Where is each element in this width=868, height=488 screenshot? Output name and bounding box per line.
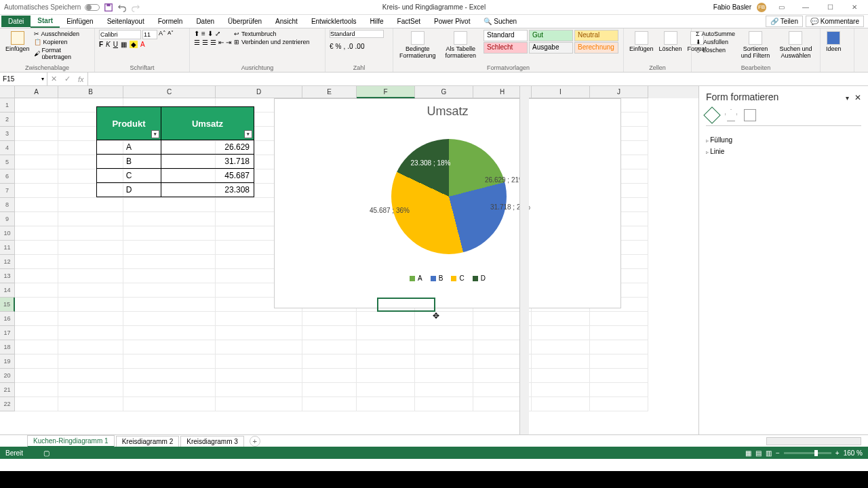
pane-options-icon[interactable]: ▾ [846, 94, 849, 102]
as-table-button[interactable]: Als Tabelle formatieren [441, 30, 481, 61]
pie-slices[interactable] [391, 139, 507, 254]
ideas-button[interactable]: Ideen [825, 30, 843, 54]
zoom-level[interactable]: 160 % [844, 449, 863, 457]
insert-cells-button[interactable]: Einfügen [628, 30, 655, 54]
comma-icon[interactable]: , [343, 43, 345, 50]
tab-review[interactable]: Überprüfen [221, 16, 269, 27]
tab-file[interactable]: Datei [1, 16, 31, 27]
align-center-icon[interactable]: ☰ [202, 39, 208, 46]
table-row[interactable]: D23.308 [97, 182, 254, 197]
sheet-tab-2[interactable]: Kreisdiagramm 2 [116, 436, 180, 447]
number-format-select[interactable] [330, 30, 384, 38]
row-header[interactable]: 15 [0, 298, 15, 312]
zoom-slider[interactable] [784, 452, 831, 454]
view-layout-icon[interactable]: ▤ [755, 449, 762, 457]
horizontal-scrollbar[interactable] [766, 437, 861, 445]
clear-button[interactable]: ◇ Löschen [696, 46, 735, 54]
row-header[interactable]: 11 [0, 241, 15, 255]
row-header[interactable]: 9 [0, 212, 15, 226]
select-all-corner[interactable] [0, 86, 15, 98]
shrink-font-icon[interactable]: A˅ [167, 30, 174, 39]
row-header[interactable]: 10 [0, 226, 15, 241]
sheet-tab-1[interactable]: Kuchen-Ringdiagramm 1 [27, 435, 115, 447]
row-header[interactable]: 13 [0, 269, 15, 283]
row-header[interactable]: 7 [0, 184, 15, 198]
autosave-toggle[interactable] [85, 4, 100, 11]
style-standard[interactable]: Standard [484, 30, 528, 41]
row-header[interactable]: 12 [0, 255, 15, 269]
table-row[interactable]: C45.687 [97, 168, 254, 182]
active-cell[interactable] [377, 298, 435, 312]
table-row[interactable]: A26.629 [97, 140, 254, 154]
column-header-I[interactable]: I [532, 86, 590, 98]
row-header[interactable]: 6 [0, 169, 15, 184]
tab-formulas[interactable]: Formeln [151, 16, 190, 27]
autosum-button[interactable]: Σ AutoSumme [696, 30, 735, 38]
zoom-out-button[interactable]: − [776, 449, 780, 457]
search-box[interactable]: 🔍 Suchen [477, 16, 524, 27]
inc-decimal-icon[interactable]: .0 [347, 43, 353, 50]
sheet-tab-3[interactable]: Kreisdiagramm 3 [180, 436, 244, 447]
view-normal-icon[interactable]: ▦ [745, 449, 751, 457]
merge-button[interactable]: ⊞ Verbinden und zentrieren [234, 38, 310, 46]
line-section[interactable]: Linie [706, 146, 861, 157]
font-color-button[interactable]: A [140, 41, 145, 48]
copy-button[interactable]: 📋 Kopieren [34, 38, 90, 46]
pane-close-icon[interactable]: ✕ [854, 93, 861, 102]
align-mid-icon[interactable]: ≡ [201, 30, 205, 37]
macro-record-icon[interactable]: ▢ [43, 449, 50, 457]
row-header[interactable]: 8 [0, 198, 15, 212]
fill-button[interactable]: ⬇ Ausfüllen [696, 38, 735, 46]
row-header[interactable]: 3 [0, 127, 15, 141]
save-icon[interactable] [104, 3, 113, 12]
fx-icon[interactable]: fx [78, 75, 84, 83]
effects-tab-icon[interactable] [725, 109, 737, 121]
column-header-C[interactable]: C [123, 86, 216, 98]
fill-section[interactable]: Füllung [706, 134, 861, 146]
bold-button[interactable]: F [99, 41, 103, 48]
style-schlecht[interactable]: Schlecht [484, 42, 528, 54]
fill-color-button[interactable]: ◆ [130, 41, 138, 48]
row-header[interactable]: 19 [0, 354, 15, 369]
row-header[interactable]: 22 [0, 397, 15, 411]
grow-font-icon[interactable]: A˄ [159, 30, 166, 39]
row-header[interactable]: 5 [0, 155, 15, 169]
dec-decimal-icon[interactable]: .00 [355, 43, 365, 50]
filter-produkt-icon[interactable]: ▾ [151, 130, 159, 138]
find-select-button[interactable]: Suchen und Auswählen [776, 30, 816, 61]
column-header-A[interactable]: A [15, 86, 58, 98]
underline-button[interactable]: U [113, 41, 118, 48]
indent-dec-icon[interactable]: ⇤ [218, 39, 224, 46]
size-tab-icon[interactable] [744, 109, 756, 121]
tab-powerpivot[interactable]: Power Pivot [427, 16, 477, 27]
percent-icon[interactable]: % [336, 43, 342, 50]
tab-start[interactable]: Start [31, 15, 60, 28]
column-header-B[interactable]: B [58, 86, 123, 98]
close-button[interactable]: ✕ [845, 1, 864, 14]
column-header-J[interactable]: J [590, 86, 648, 98]
tab-factset[interactable]: FactSet [391, 16, 427, 27]
cancel-formula-icon[interactable]: ✕ [51, 75, 57, 83]
wrap-text-button[interactable]: ↩ Textumbruch [234, 30, 310, 38]
row-header[interactable]: 20 [0, 369, 15, 383]
font-size-select[interactable] [142, 30, 157, 39]
maximize-button[interactable]: ☐ [821, 1, 840, 14]
redo-icon[interactable] [131, 3, 140, 12]
column-header-E[interactable]: E [302, 86, 357, 98]
indent-inc-icon[interactable]: ⇥ [226, 39, 231, 46]
row-header[interactable]: 16 [0, 312, 15, 326]
align-bot-icon[interactable]: ⬇ [208, 30, 213, 37]
delete-cells-button[interactable]: Löschen [658, 30, 684, 54]
style-ausgabe[interactable]: Ausgabe [529, 42, 573, 54]
column-header-G[interactable]: G [415, 86, 473, 98]
column-header-D[interactable]: D [216, 86, 302, 98]
align-left-icon[interactable]: ☰ [194, 39, 200, 46]
format-painter-button[interactable]: 🖌 Format übertragen [34, 46, 90, 61]
font-name-select[interactable] [99, 30, 141, 39]
zoom-in-button[interactable]: + [835, 449, 840, 457]
share-button[interactable]: 🔗 Teilen [766, 16, 803, 27]
cond-format-button[interactable]: Bedingte Formatierung [397, 30, 438, 61]
user-avatar[interactable]: FB [757, 3, 766, 12]
row-header[interactable]: 14 [0, 283, 15, 298]
italic-button[interactable]: K [106, 41, 111, 48]
